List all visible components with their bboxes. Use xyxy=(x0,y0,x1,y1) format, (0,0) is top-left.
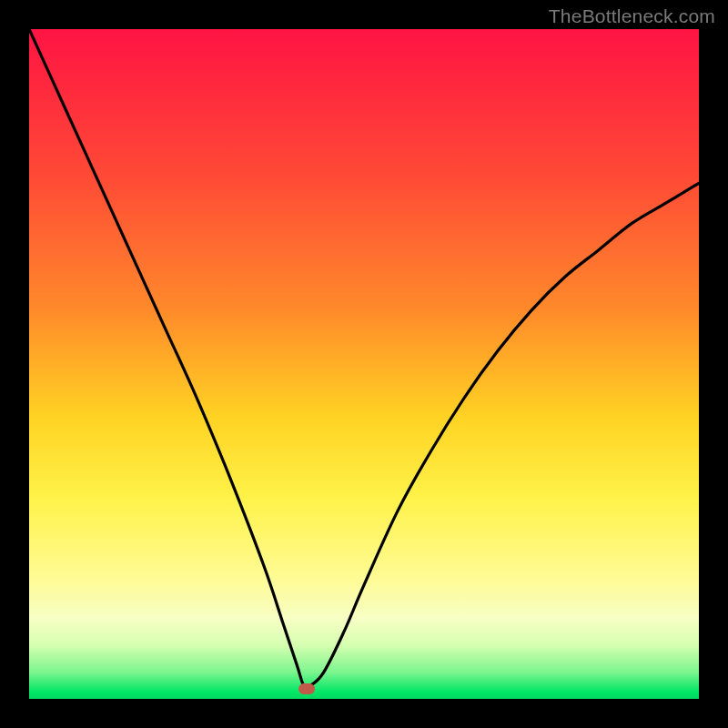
watermark-text: TheBottleneck.com xyxy=(549,5,715,27)
bottleneck-curve xyxy=(29,29,699,699)
curve-path xyxy=(29,29,699,688)
chart-frame: TheBottleneck.com xyxy=(0,0,728,728)
optimum-marker xyxy=(298,683,315,694)
plot-area xyxy=(29,29,699,699)
